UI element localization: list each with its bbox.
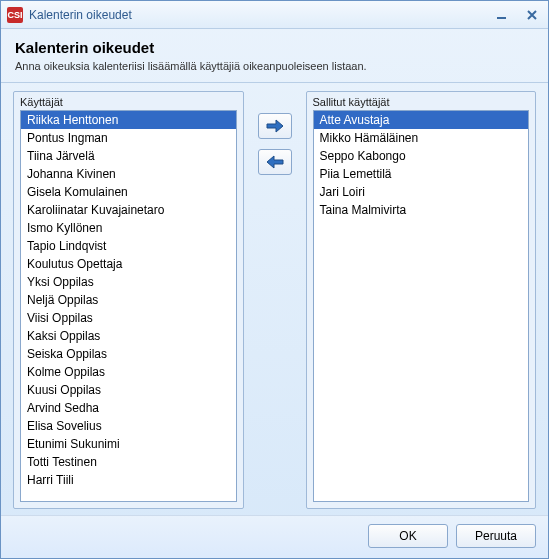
allowed-users-listbox[interactable]: Atte AvustajaMikko HämäläinenSeppo Kabon… — [313, 110, 530, 502]
list-item[interactable]: Ismo Kyllönen — [21, 219, 236, 237]
list-item[interactable]: Kolme Oppilas — [21, 363, 236, 381]
list-item[interactable]: Etunimi Sukunimi — [21, 435, 236, 453]
list-item[interactable]: Kuusi Oppilas — [21, 381, 236, 399]
close-button[interactable] — [522, 7, 542, 23]
list-item[interactable]: Gisela Komulainen — [21, 183, 236, 201]
list-item[interactable]: Yksi Oppilas — [21, 273, 236, 291]
arrow-right-icon — [265, 119, 285, 133]
list-item[interactable]: Viisi Oppilas — [21, 309, 236, 327]
available-users-label: Käyttäjät — [14, 92, 243, 110]
list-item[interactable]: Elisa Sovelius — [21, 417, 236, 435]
list-item[interactable]: Harri Tiili — [21, 471, 236, 489]
list-item[interactable]: Jari Loiri — [314, 183, 529, 201]
allowed-users-panel: Sallitut käyttäjät Atte AvustajaMikko Hä… — [306, 91, 537, 509]
window-title: Kalenterin oikeudet — [29, 8, 492, 22]
content-area: Käyttäjät Riikka HenttonenPontus IngmanT… — [1, 83, 548, 515]
minimize-button[interactable] — [492, 7, 512, 23]
list-item[interactable]: Arvind Sedha — [21, 399, 236, 417]
list-item[interactable]: Riikka Henttonen — [21, 111, 236, 129]
available-users-listbox[interactable]: Riikka HenttonenPontus IngmanTiina Järve… — [20, 110, 237, 502]
list-item[interactable]: Koulutus Opettaja — [21, 255, 236, 273]
list-item[interactable]: Karoliinatar Kuvajainetaro — [21, 201, 236, 219]
list-item[interactable]: Pontus Ingman — [21, 129, 236, 147]
ok-button[interactable]: OK — [368, 524, 448, 548]
list-item[interactable]: Neljä Oppilas — [21, 291, 236, 309]
list-item[interactable]: Tiina Järvelä — [21, 147, 236, 165]
list-item[interactable]: Tapio Lindqvist — [21, 237, 236, 255]
available-users-panel: Käyttäjät Riikka HenttonenPontus IngmanT… — [13, 91, 244, 509]
list-item[interactable]: Seiska Oppilas — [21, 345, 236, 363]
app-icon: CSI — [7, 7, 23, 23]
list-item[interactable]: Seppo Kabongo — [314, 147, 529, 165]
svg-rect-0 — [497, 17, 506, 19]
list-item[interactable]: Taina Malmivirta — [314, 201, 529, 219]
page-title: Kalenterin oikeudet — [15, 39, 534, 56]
list-item[interactable]: Totti Testinen — [21, 453, 236, 471]
arrow-left-icon — [265, 155, 285, 169]
cancel-button[interactable]: Peruuta — [456, 524, 536, 548]
add-button[interactable] — [258, 113, 292, 139]
list-item[interactable]: Johanna Kivinen — [21, 165, 236, 183]
transfer-buttons — [252, 91, 298, 509]
list-item[interactable]: Atte Avustaja — [314, 111, 529, 129]
remove-button[interactable] — [258, 149, 292, 175]
header-pane: Kalenterin oikeudet Anna oikeuksia kalen… — [1, 29, 548, 83]
window-controls — [492, 7, 542, 23]
allowed-users-label: Sallitut käyttäjät — [307, 92, 536, 110]
lists-wrap: Käyttäjät Riikka HenttonenPontus IngmanT… — [13, 91, 536, 509]
list-item[interactable]: Mikko Hämäläinen — [314, 129, 529, 147]
titlebar: CSI Kalenterin oikeudet — [1, 1, 548, 29]
list-item[interactable]: Piia Lemettilä — [314, 165, 529, 183]
footer: OK Peruuta — [1, 515, 548, 558]
list-item[interactable]: Kaksi Oppilas — [21, 327, 236, 345]
dialog-window: CSI Kalenterin oikeudet Kalenterin oikeu… — [0, 0, 549, 559]
instruction-text: Anna oikeuksia kalenteriisi lisäämällä k… — [15, 60, 534, 72]
